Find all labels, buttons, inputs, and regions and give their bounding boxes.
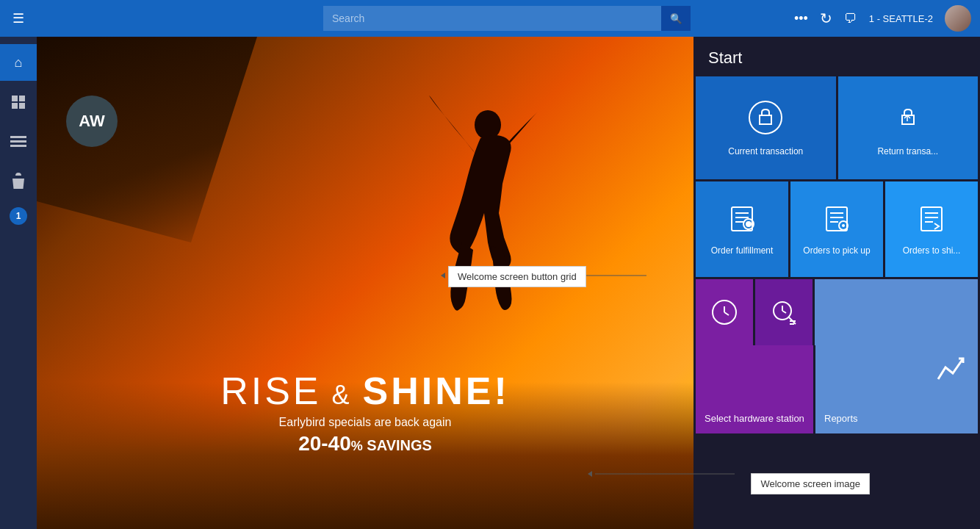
sidebar-item-menu[interactable]	[0, 123, 37, 160]
svg-line-27	[724, 312, 729, 315]
sidebar-item-home[interactable]: ⌂	[0, 44, 37, 81]
top-bar-right: ••• ↻ 🗩 1 - SEATTLE-2	[794, 5, 980, 32]
orders-pickup-label: Orders to pick up	[803, 245, 870, 256]
reports-chart-icon	[932, 353, 969, 385]
current-transaction-tile[interactable]: Current transaction	[696, 76, 836, 179]
shopping-bag-icon	[747, 99, 784, 136]
select-hardware-station-label: Select hardware station	[705, 413, 804, 425]
ship-icon	[915, 203, 948, 235]
ampersand: &	[322, 380, 363, 410]
sidebar-badge: 1	[10, 207, 27, 225]
user-avatar[interactable]	[945, 5, 971, 32]
chat-icon[interactable]: 🗩	[844, 11, 857, 26]
right-panel: Start Current transaction	[693, 37, 980, 529]
svg-line-30	[782, 311, 786, 313]
climber-silhouette	[414, 96, 561, 331]
clock-icon	[711, 299, 738, 325]
return-transaction-tile[interactable]: Return transa...	[838, 76, 979, 179]
clock-tiles-row	[693, 277, 980, 345]
main-content: AW RISE & SHINE! Earlybird specials are …	[37, 37, 980, 529]
select-hardware-station-tile[interactable]: Select hardware station	[696, 345, 813, 433]
pickup-icon	[821, 203, 853, 235]
clock-list-tile[interactable]	[755, 279, 813, 345]
top-tiles-row: Current transaction Return transa...	[693, 76, 980, 179]
svg-rect-3	[19, 103, 25, 109]
sidebar-item-bag[interactable]	[0, 163, 37, 200]
order-fulfillment-tile[interactable]: Order fulfillment	[696, 181, 788, 277]
earlybird-text: Earlybird specials are back again	[218, 416, 512, 429]
annotation-welcome-image: Welcome screen image	[751, 473, 870, 494]
start-title: Start	[693, 37, 980, 76]
hamburger-button[interactable]: ☰	[0, 0, 37, 37]
orders-ship-label: Orders to shi...	[903, 245, 961, 256]
sidebar-item-products[interactable]	[0, 84, 37, 120]
welcome-text-block: RISE & SHINE! Earlybird specials are bac…	[218, 372, 512, 456]
avatar-placeholder	[945, 5, 971, 32]
orders-ship-tile[interactable]: Orders to shi...	[885, 181, 978, 277]
order-fulfillment-icon	[726, 203, 758, 235]
rock-overlay	[37, 37, 257, 242]
svg-point-20	[842, 224, 845, 227]
savings-word: SAVINGS	[367, 437, 432, 453]
lines-icon	[10, 136, 26, 148]
reports-label: Reports	[824, 413, 858, 425]
savings-unit: %	[351, 439, 363, 453]
svg-point-8	[749, 101, 782, 134]
svg-rect-4	[10, 136, 26, 138]
welcome-image-area: AW RISE & SHINE! Earlybird specials are …	[37, 37, 693, 529]
middle-tiles-row: Order fulfillment Orders to pick up	[693, 179, 980, 277]
rise-word: RISE	[220, 370, 321, 412]
reports-top-tile[interactable]	[815, 279, 978, 345]
top-bar: ☰ 🔍 ••• ↻ 🗩 1 - SEATTLE-2	[0, 0, 980, 37]
orders-pickup-tile[interactable]: Orders to pick up	[790, 181, 883, 277]
svg-rect-0	[12, 96, 18, 101]
current-transaction-label: Current transaction	[728, 146, 803, 156]
refresh-icon[interactable]: ↻	[820, 10, 832, 27]
bottom-tiles-row: Select hardware station Reports	[693, 345, 980, 436]
home-icon: ⌂	[15, 55, 23, 71]
search-icon: 🔍	[670, 13, 682, 24]
order-fulfillment-label: Order fulfillment	[711, 245, 774, 256]
grid-icon	[10, 94, 26, 110]
clock-list-icon	[771, 299, 797, 325]
svg-point-7	[475, 110, 501, 140]
store-info: 1 - SEATTLE-2	[869, 13, 933, 24]
aw-logo: AW	[66, 96, 118, 147]
svg-rect-5	[10, 140, 26, 143]
sidebar: ⌂ 1	[0, 37, 37, 529]
svg-rect-15	[826, 207, 847, 231]
search-bar-container: 🔍	[323, 6, 691, 31]
return-bag-icon	[890, 99, 926, 136]
return-transaction-label: Return transa...	[877, 146, 938, 156]
headline-text: RISE & SHINE!	[218, 372, 512, 410]
svg-rect-1	[19, 96, 25, 101]
search-button[interactable]: 🔍	[661, 6, 691, 31]
svg-rect-6	[10, 145, 26, 147]
annotation-button-grid: Welcome screen button grid	[448, 266, 586, 287]
search-input[interactable]	[323, 6, 691, 31]
hamburger-icon: ☰	[12, 10, 24, 26]
shine-word: SHINE!	[363, 370, 510, 412]
savings-percentage: 20-40%	[298, 432, 363, 455]
more-options-icon[interactable]: •••	[794, 11, 808, 26]
clock-tile-1[interactable]	[696, 279, 753, 345]
svg-rect-2	[12, 103, 18, 109]
bag-icon	[11, 173, 26, 190]
reports-tile[interactable]: Reports	[815, 345, 978, 433]
svg-point-14	[746, 221, 752, 227]
savings-text: 20-40% SAVINGS	[218, 432, 512, 456]
